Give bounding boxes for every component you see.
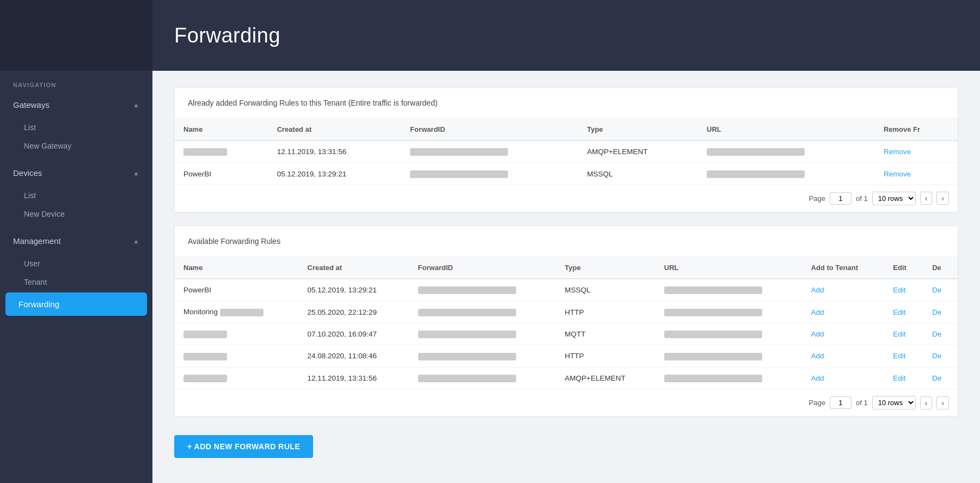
table-row: PowerBI 05.12.2019, 13:29:21 MSSQL Remov…: [175, 163, 958, 185]
cell-add: Add: [803, 345, 885, 367]
added-rules-tbody: 12.11.2019, 13:31:56 AMQP+ELEMENT Remove…: [175, 140, 958, 185]
sidebar-item-forwarding[interactable]: Forwarding: [5, 292, 147, 316]
available-rules-card: Available Forwarding Rules Name Created …: [174, 225, 958, 417]
table-row: 12.11.2019, 13:31:56 AMQP+ELEMENT Remove: [175, 140, 958, 163]
col-del-2: De: [923, 257, 958, 279]
rows-select-1[interactable]: 10 rows 25 rows 50 rows: [872, 192, 916, 205]
cell-created: 12.11.2019, 13:31:56: [299, 367, 409, 389]
col-type-1: Type: [578, 119, 698, 140]
add-forward-rule-button[interactable]: + ADD NEW FORWARD RULE: [174, 435, 313, 458]
next-page-button-1[interactable]: ›: [936, 192, 949, 205]
page-input-1[interactable]: [830, 192, 852, 205]
management-chevron-icon: ▲: [133, 237, 139, 245]
blurred-fid: [418, 353, 516, 360]
sidebar-header: [0, 0, 152, 71]
management-sub-items: User Tenant Forwarding: [0, 252, 152, 321]
blurred-name: [183, 148, 227, 156]
cell-name: [175, 323, 299, 345]
sidebar-item-new-device[interactable]: New Device: [0, 205, 152, 223]
management-group-header[interactable]: Management ▲: [0, 230, 152, 252]
blurred-url: [664, 309, 762, 316]
page-title: Forwarding: [174, 24, 280, 47]
cell-del: De: [923, 279, 958, 301]
prev-page-button-2[interactable]: ‹: [920, 396, 933, 409]
devices-label: Devices: [13, 168, 42, 178]
edit-link[interactable]: Edit: [893, 330, 905, 338]
available-rules-thead: Name Created at ForwardID Type URL Add t…: [175, 257, 958, 279]
blurred-url: [664, 286, 762, 294]
gateways-sub-items: List New Gateway: [0, 116, 152, 160]
delete-link[interactable]: De: [932, 374, 941, 382]
col-edit-2: Edit: [884, 257, 923, 279]
page-input-2[interactable]: [830, 396, 852, 409]
blurred-fid: [418, 309, 516, 316]
add-link[interactable]: Add: [811, 352, 824, 360]
added-rules-thead: Name Created at ForwardID Type URL Remov…: [175, 119, 958, 140]
delete-link[interactable]: De: [932, 330, 941, 338]
delete-link[interactable]: De: [932, 286, 941, 294]
cell-url: [656, 345, 803, 367]
sidebar-item-devices-list[interactable]: List: [0, 186, 152, 205]
add-link[interactable]: Add: [811, 286, 824, 294]
prev-page-button-1[interactable]: ‹: [920, 192, 933, 205]
col-type-2: Type: [556, 257, 655, 279]
cell-created: 24.08.2020, 11:08:46: [299, 345, 409, 367]
blurred-url: [707, 148, 805, 156]
add-link[interactable]: Add: [811, 330, 824, 338]
cell-created: 25.05.2020, 22:12:29: [299, 301, 409, 323]
added-rules-table: Name Created at ForwardID Type URL Remov…: [175, 119, 958, 185]
add-link[interactable]: Add: [811, 308, 824, 316]
edit-link[interactable]: Edit: [893, 374, 905, 382]
gateways-label: Gateways: [13, 100, 50, 109]
of-label-1: of 1: [856, 194, 868, 203]
cell-url: [656, 279, 803, 301]
cell-name: PowerBI: [175, 163, 268, 185]
sidebar-item-gateways-list[interactable]: List: [0, 118, 152, 137]
added-rules-header-row: Name Created at ForwardID Type URL Remov…: [175, 119, 958, 140]
available-rules-header-row: Name Created at ForwardID Type URL Add t…: [175, 257, 958, 279]
edit-link[interactable]: Edit: [893, 286, 905, 294]
sidebar-item-tenant[interactable]: Tenant: [0, 273, 152, 291]
cell-type: AMQP+ELEMENT: [556, 367, 655, 389]
add-link[interactable]: Add: [811, 374, 824, 382]
cell-name: [175, 140, 268, 163]
next-page-button-2[interactable]: ›: [936, 396, 949, 409]
nav-label: NAVIGATION: [0, 82, 152, 94]
cell-add: Add: [803, 301, 885, 323]
cell-type: HTTP: [556, 345, 655, 367]
cell-del: De: [923, 301, 958, 323]
main-header: Forwarding: [152, 0, 980, 71]
delete-link[interactable]: De: [932, 308, 941, 316]
col-url-1: URL: [698, 119, 875, 140]
management-label: Management: [13, 236, 61, 246]
nav-group-gateways: Gateways ▲ List New Gateway: [0, 94, 152, 160]
cell-edit: Edit: [884, 323, 923, 345]
remove-link[interactable]: Remove: [884, 170, 911, 178]
edit-link[interactable]: Edit: [893, 308, 905, 316]
cell-forwardid: [409, 301, 556, 323]
cell-forwardid: [409, 323, 556, 345]
col-remove-1: Remove Fr: [875, 119, 958, 140]
col-name-2: Name: [175, 257, 299, 279]
cell-name: PowerBI: [175, 279, 299, 301]
rows-select-2[interactable]: 10 rows 25 rows 50 rows: [872, 396, 916, 409]
cell-name: Monitoring: [175, 301, 299, 323]
nav-group-management: Management ▲ User Tenant Forwarding: [0, 230, 152, 321]
delete-link[interactable]: De: [932, 352, 941, 360]
devices-group-header[interactable]: Devices ▲: [0, 162, 152, 184]
remove-link[interactable]: Remove: [884, 148, 911, 156]
col-url-2: URL: [656, 257, 803, 279]
col-created-1: Created at: [268, 119, 402, 140]
blurred-name: [183, 331, 227, 338]
main-content: Forwarding Already added Forwarding Rule…: [152, 0, 980, 483]
col-name-1: Name: [175, 119, 268, 140]
cell-edit: Edit: [884, 345, 923, 367]
sidebar-item-user[interactable]: User: [0, 254, 152, 273]
edit-link[interactable]: Edit: [893, 352, 905, 360]
cell-name: [175, 345, 299, 367]
gateways-chevron-icon: ▲: [133, 101, 139, 109]
nav-section: NAVIGATION Gateways ▲ List New Gateway D…: [0, 71, 152, 334]
gateways-group-header[interactable]: Gateways ▲: [0, 94, 152, 116]
cell-created: 05.12.2019, 13:29:21: [268, 163, 402, 185]
sidebar-item-new-gateway[interactable]: New Gateway: [0, 137, 152, 155]
